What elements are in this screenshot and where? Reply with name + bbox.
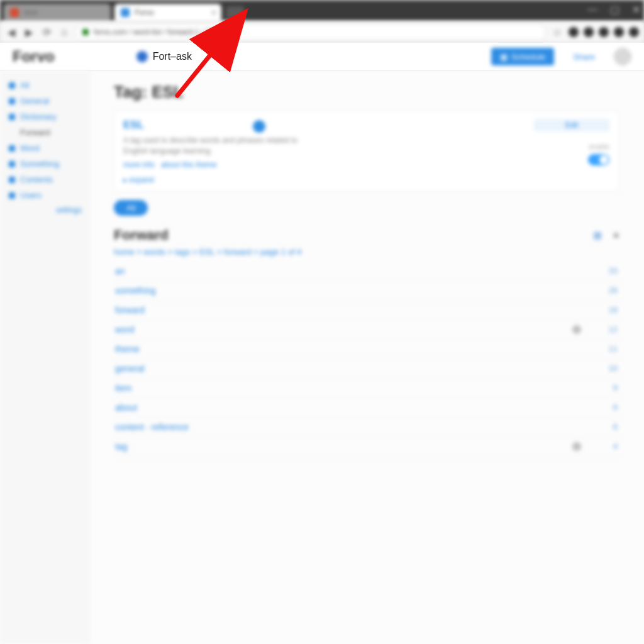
count-badge: 33 (592, 266, 618, 275)
sidebar-item-contents[interactable]: Contents (0, 172, 88, 187)
card-sub2[interactable]: about this theme (161, 160, 217, 169)
flag-icon (572, 442, 581, 451)
breadcrumb[interactable]: home > words > tags > ESL > forward > pa… (114, 247, 619, 257)
window-min-icon[interactable]: — (587, 4, 597, 16)
lang-flag-icon[interactable] (136, 51, 148, 62)
list-item[interactable]: theme11 (114, 340, 619, 359)
bullet-icon (9, 114, 15, 120)
grid-view-icon[interactable]: ▦ (593, 230, 602, 241)
ext-icon-5[interactable] (629, 27, 639, 37)
word-link[interactable]: general (115, 364, 145, 374)
schedule-button[interactable]: ▦ Schedule (491, 48, 554, 65)
mail-favicon (10, 8, 19, 17)
ext-icon-3[interactable] (599, 27, 609, 37)
word-list: an33something26forward18word12theme11gen… (114, 262, 619, 457)
nav-home-icon[interactable]: ⌂ (58, 26, 70, 38)
count-badge: 10 (592, 364, 618, 373)
tab2-title: Forvo (135, 8, 154, 17)
new-tab-button[interactable] (226, 6, 244, 19)
window-close-icon[interactable]: ✕ (632, 4, 640, 16)
count-badge: 9 (592, 383, 618, 392)
list-item[interactable]: an33 (114, 262, 619, 281)
count-badge: 26 (592, 286, 618, 295)
bullet-icon (9, 177, 15, 183)
site-logo[interactable]: Forvo (13, 48, 55, 65)
bookmark-icon[interactable]: ☆ (551, 26, 564, 38)
sidebar-item-all[interactable]: All (0, 77, 88, 93)
flag-icon (572, 325, 581, 334)
lang-label[interactable]: Fort–ask (153, 51, 192, 62)
bullet-icon (9, 145, 15, 152)
schedule-label: Schedule (511, 52, 545, 62)
sidebar-item-dictionary[interactable]: Dictionary (0, 109, 88, 125)
list-item[interactable]: tag4 (114, 437, 619, 457)
card-sub1[interactable]: more info (123, 160, 155, 169)
url-text: forvo.com / word-list / forward-1 / 20 i… (94, 28, 234, 36)
word-link[interactable]: tag (115, 441, 127, 452)
word-link[interactable]: an (115, 266, 125, 276)
word-link[interactable]: about (115, 402, 137, 413)
word-link[interactable]: something (115, 286, 156, 296)
count-badge: 4 (592, 441, 618, 451)
page-title: Tag: ESL (114, 82, 619, 102)
word-link[interactable]: word (115, 325, 134, 335)
sidebar: All General Dictionary Forward Word Some… (0, 71, 89, 644)
tab1-title: Mail (24, 8, 38, 17)
bullet-icon (9, 82, 15, 89)
toggle-label: enable (534, 143, 609, 150)
user-avatar[interactable] (614, 48, 631, 65)
list-item[interactable]: something26 (114, 281, 619, 301)
bullet-icon (9, 98, 15, 104)
list-item[interactable]: forward18 (114, 301, 619, 320)
nav-back-icon[interactable]: ◀ (5, 26, 18, 38)
toggle-switch[interactable] (588, 154, 609, 165)
list-item[interactable]: word12 (114, 320, 619, 340)
forvo-favicon (121, 8, 130, 17)
sidebar-settings-link[interactable]: settings (0, 203, 88, 217)
list-item[interactable]: item9 (114, 379, 619, 398)
count-badge: 6 (592, 422, 618, 431)
word-link[interactable]: item (115, 383, 131, 393)
nav-reload-icon[interactable]: ⟳ (40, 26, 53, 38)
list-item[interactable]: content · reference6 (114, 418, 619, 437)
word-link[interactable]: content · reference (115, 422, 189, 432)
card-desc: A tag used to describe words and phrases… (123, 135, 312, 157)
count-badge: 11 (592, 344, 618, 353)
tag-info-card: ESL A tag used to describe words and phr… (114, 111, 619, 191)
word-link[interactable]: forward (115, 305, 145, 315)
list-item[interactable]: about8 (114, 398, 619, 418)
bullet-icon (9, 192, 15, 199)
window-max-icon[interactable]: ▢ (610, 4, 619, 16)
word-link[interactable]: theme (115, 344, 140, 354)
filter-chip-all[interactable]: All (114, 200, 148, 216)
ext-icon-2[interactable] (584, 27, 594, 37)
count-badge: 12 (592, 325, 618, 334)
sidebar-item-forward[interactable]: Forward (0, 125, 88, 140)
list-view-icon[interactable]: ≡ (613, 230, 619, 241)
sidebar-item-something[interactable]: Something (0, 156, 88, 172)
address-bar[interactable]: forvo.com / word-list / forward-1 / 20 i… (75, 24, 546, 40)
ext-icon-4[interactable] (614, 27, 624, 37)
lock-icon (82, 29, 89, 35)
edit-button[interactable]: Edit (534, 119, 609, 131)
ext-icon-1[interactable] (569, 27, 579, 37)
nav-fwd-icon[interactable]: ▶ (23, 26, 35, 38)
count-badge: 18 (592, 305, 618, 314)
count-badge: 8 (592, 402, 618, 412)
play-audio-icon[interactable] (253, 120, 265, 133)
sidebar-item-word[interactable]: Word (0, 140, 88, 156)
close-tab-icon[interactable]: × (211, 8, 216, 18)
sidebar-item-users[interactable]: Users (0, 187, 88, 203)
share-button[interactable]: Share (564, 48, 604, 65)
sidebar-item-general[interactable]: General (0, 93, 88, 109)
list-item[interactable]: general10 (114, 359, 619, 379)
section-title: Forward (114, 227, 169, 243)
browser-tab-2[interactable]: Forvo × (114, 4, 221, 21)
calendar-icon: ▦ (500, 52, 508, 62)
expand-toggle[interactable]: ▸ expand (123, 175, 609, 184)
browser-tab-1[interactable]: Mail (4, 4, 111, 21)
bullet-icon (9, 161, 15, 167)
